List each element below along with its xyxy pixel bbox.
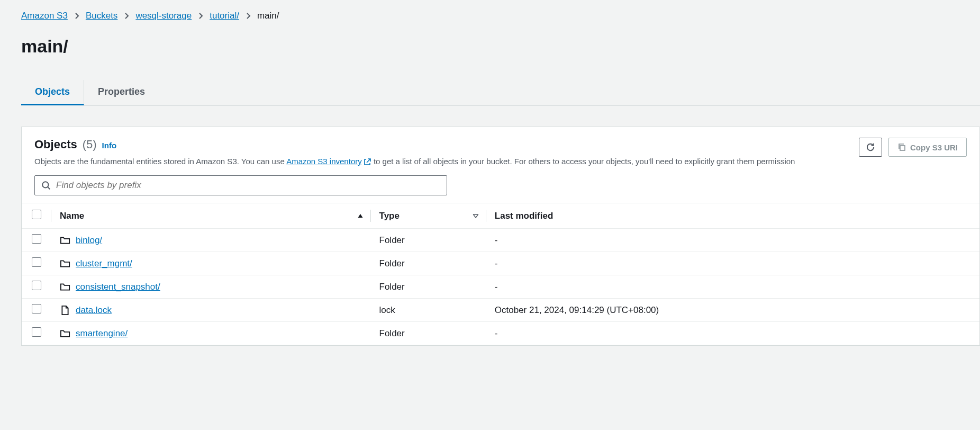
row-checkbox[interactable] — [32, 234, 41, 244]
object-link[interactable]: binlog/ — [76, 235, 102, 246]
tab-properties[interactable]: Properties — [84, 80, 159, 105]
chevron-right-icon — [198, 12, 203, 20]
object-link[interactable]: consistent_snapshot/ — [76, 282, 160, 292]
tab-objects[interactable]: Objects — [21, 80, 84, 105]
search-box[interactable] — [34, 175, 447, 195]
panel-description: Objects are the fundamental entities sto… — [34, 156, 859, 167]
type-cell: lock — [371, 299, 486, 322]
objects-table: Name Type Last modified — [22, 203, 979, 345]
last-modified-cell: - — [486, 322, 979, 345]
last-modified-cell: - — [486, 275, 979, 299]
folder-icon — [60, 328, 70, 339]
last-modified-cell: - — [486, 252, 979, 275]
svg-point-1 — [42, 182, 48, 187]
panel-title: Objects — [34, 138, 77, 151]
desc-text-prefix: Objects are the fundamental entities sto… — [34, 157, 286, 166]
object-link[interactable]: smartengine/ — [76, 328, 128, 339]
copy-s3-uri-button[interactable]: Copy S3 URI — [888, 138, 967, 157]
search-input[interactable] — [56, 180, 440, 191]
last-modified-cell: - — [486, 229, 979, 252]
refresh-button[interactable] — [859, 138, 882, 157]
tabs: Objects Properties — [21, 80, 980, 105]
row-checkbox[interactable] — [32, 257, 41, 267]
breadcrumb: Amazon S3Bucketswesql-storagetutorial/ma… — [21, 11, 980, 21]
refresh-icon — [866, 142, 875, 152]
info-link[interactable]: Info — [102, 141, 117, 150]
sort-asc-icon — [357, 213, 364, 219]
external-link-icon — [363, 158, 371, 166]
page-title: main/ — [21, 36, 980, 57]
breadcrumb-item: main/ — [257, 11, 279, 21]
row-checkbox[interactable] — [32, 327, 41, 337]
inventory-link[interactable]: Amazon S3 inventory — [286, 157, 362, 166]
type-cell: Folder — [371, 252, 486, 275]
object-link[interactable]: cluster_mgmt/ — [76, 258, 132, 269]
row-checkbox[interactable] — [32, 304, 41, 313]
copy-s3-uri-label: Copy S3 URI — [910, 143, 958, 152]
chevron-right-icon — [124, 12, 129, 20]
type-cell: Folder — [371, 275, 486, 299]
column-last-modified[interactable]: Last modified — [486, 203, 979, 229]
breadcrumb-item[interactable]: Amazon S3 — [21, 11, 68, 21]
chevron-right-icon — [74, 12, 79, 20]
breadcrumb-item[interactable]: tutorial/ — [210, 11, 239, 21]
folder-icon — [60, 258, 70, 269]
breadcrumb-item[interactable]: wesql-storage — [135, 11, 192, 21]
sort-icon — [473, 213, 479, 219]
copy-icon — [897, 143, 906, 151]
type-cell: Folder — [371, 322, 486, 345]
panel-count: (5) — [83, 138, 97, 151]
table-row: consistent_snapshot/Folder- — [22, 275, 979, 299]
object-link[interactable]: data.lock — [76, 305, 112, 316]
breadcrumb-item[interactable]: Buckets — [86, 11, 117, 21]
svg-rect-0 — [900, 146, 905, 150]
table-row: binlog/Folder- — [22, 229, 979, 252]
row-checkbox[interactable] — [32, 281, 41, 290]
objects-panel: Objects (5) Info Objects are the fundame… — [21, 127, 980, 346]
folder-icon — [60, 282, 70, 292]
table-row: smartengine/Folder- — [22, 322, 979, 345]
column-type[interactable]: Type — [371, 203, 486, 229]
last-modified-cell: October 21, 2024, 09:14:29 (UTC+08:00) — [486, 299, 979, 322]
type-cell: Folder — [371, 229, 486, 252]
table-row: cluster_mgmt/Folder- — [22, 252, 979, 275]
chevron-right-icon — [246, 12, 251, 20]
search-icon — [41, 181, 51, 190]
select-all-checkbox[interactable] — [32, 210, 41, 219]
column-name[interactable]: Name — [51, 203, 371, 229]
table-row: data.locklockOctober 21, 2024, 09:14:29 … — [22, 299, 979, 322]
folder-icon — [60, 235, 70, 246]
desc-text-suffix: to get a list of all objects in your buc… — [371, 157, 795, 166]
file-icon — [60, 305, 70, 316]
